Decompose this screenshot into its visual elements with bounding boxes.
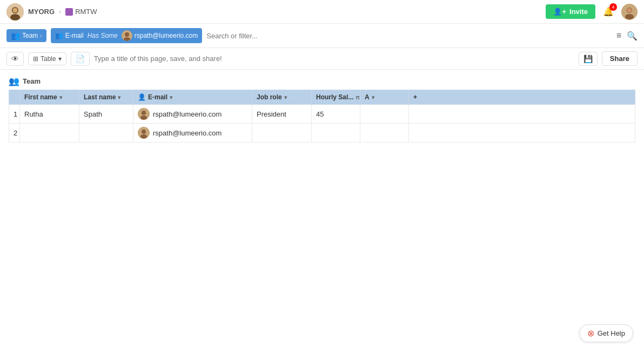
row-1-num: 1 bbox=[9, 105, 20, 124]
table-grid-icon: ⊞ bbox=[33, 55, 38, 63]
col-hourlysal-sort: π bbox=[355, 94, 360, 100]
eye-icon: 👁 bbox=[11, 55, 19, 63]
col-jobrole-label: Job role bbox=[257, 93, 282, 101]
doc-view-button[interactable]: 📄 bbox=[71, 52, 90, 66]
svg-point-9 bbox=[125, 32, 129, 37]
top-nav: MYORG › RMTW 👤+ Invite 🔔 4 bbox=[0, 0, 644, 24]
svg-point-15 bbox=[142, 130, 146, 134]
invite-label: Invite bbox=[569, 8, 588, 16]
workspace-badge[interactable]: RMTW bbox=[65, 8, 97, 16]
profile-avatar[interactable] bbox=[621, 4, 638, 20]
col-lastname-label: Last name bbox=[84, 93, 116, 101]
filter-bar-actions: ≡ 🔍 bbox=[616, 31, 638, 41]
email-chip-label: E-mail bbox=[65, 32, 84, 39]
filter-list-icon-button[interactable]: ≡ bbox=[616, 31, 621, 40]
save-icon: 💾 bbox=[583, 55, 593, 63]
page-title-input[interactable] bbox=[94, 55, 574, 63]
col-header-jobrole[interactable]: Job role ▾ bbox=[252, 90, 312, 105]
share-label: Share bbox=[610, 55, 629, 63]
has-some-label: Has Some bbox=[88, 32, 118, 39]
eye-view-button[interactable]: 👁 bbox=[6, 52, 24, 66]
col-email-label: E-mail bbox=[148, 93, 167, 101]
col-header-hourlySal[interactable]: Hourly Sal... π bbox=[312, 90, 360, 105]
row-number-header bbox=[9, 90, 20, 105]
share-button[interactable]: Share bbox=[602, 51, 638, 66]
col-header-firstname[interactable]: First name ▾ bbox=[20, 90, 79, 105]
table-view-label: Table bbox=[41, 55, 56, 63]
invite-button[interactable]: 👤+ Invite bbox=[546, 4, 595, 19]
col-firstname-sort: ▾ bbox=[59, 94, 62, 100]
col-a-sort: ▾ bbox=[372, 94, 374, 100]
col-a-label: A bbox=[365, 93, 370, 101]
filter-search-icon-button[interactable]: 🔍 bbox=[627, 31, 638, 41]
team-chip-label: Team bbox=[22, 32, 38, 39]
svg-point-2 bbox=[10, 14, 20, 21]
toolbar: 👁 ⊞ Table ▾ 📄 💾 Share bbox=[0, 48, 644, 70]
row-1-email-avatar bbox=[138, 108, 150, 120]
row-1-email[interactable]: rspath@lumeerio.com bbox=[133, 105, 252, 124]
col-hourlysal-label: Hourly Sal... bbox=[316, 93, 353, 101]
col-add-button[interactable]: + bbox=[409, 90, 635, 105]
group-label: Team bbox=[23, 77, 41, 85]
svg-point-13 bbox=[140, 116, 147, 120]
email-filter-value: rspath@lumeerio.com bbox=[135, 32, 198, 39]
doc-icon: 📄 bbox=[76, 55, 85, 63]
row-2-firstname[interactable] bbox=[20, 124, 79, 142]
filter-bar: 👥 Team › 👥 E-mail Has Some rspath@lumeer… bbox=[0, 24, 644, 48]
col-lastname-sort: ▾ bbox=[118, 94, 120, 100]
group-team-icon: 👥 bbox=[9, 76, 19, 86]
data-table: First name ▾ Last name ▾ 👤 E-mail ▾ bbox=[9, 90, 635, 142]
org-name[interactable]: MYORG bbox=[28, 8, 55, 16]
table-dropdown-chevron: ▾ bbox=[58, 55, 62, 63]
row-1-hourlysal[interactable]: 45 bbox=[312, 105, 360, 124]
row-1-jobrole[interactable]: President bbox=[252, 105, 312, 124]
row-2-a[interactable] bbox=[360, 124, 409, 142]
email-filter-chip[interactable]: 👥 E-mail Has Some rspath@lumeerio.com bbox=[51, 28, 203, 43]
svg-point-6 bbox=[625, 14, 634, 19]
row-2-lastname[interactable] bbox=[79, 124, 133, 142]
row-2-hourlysal[interactable] bbox=[312, 124, 360, 142]
row-1-extra bbox=[409, 105, 635, 124]
table-row: 2 rspath@lumeerio.com bbox=[9, 124, 635, 142]
col-email-sort: ▾ bbox=[170, 94, 172, 100]
team-filter-chip[interactable]: 👥 Team › bbox=[6, 29, 46, 42]
table-area: 👥 Team First name ▾ Last name ▾ bbox=[0, 70, 644, 149]
team-chip-chevron: › bbox=[40, 33, 42, 39]
col-header-a[interactable]: A ▾ bbox=[360, 90, 409, 105]
row-2-num: 2 bbox=[9, 124, 20, 142]
col-header-email[interactable]: 👤 E-mail ▾ bbox=[133, 90, 252, 105]
nav-left: MYORG › RMTW bbox=[6, 3, 97, 21]
svg-point-12 bbox=[142, 111, 146, 115]
row-2-jobrole[interactable] bbox=[252, 124, 312, 142]
notif-count: 4 bbox=[609, 3, 617, 11]
workspace-icon bbox=[65, 8, 73, 16]
email-filter-avatar bbox=[122, 30, 132, 41]
user-menu-avatar[interactable] bbox=[6, 3, 24, 21]
row-2-email-text: rspath@lumeerio.com bbox=[153, 129, 222, 137]
team-chip-icon: 👥 bbox=[11, 31, 20, 40]
email-chip-icon: 👥 bbox=[55, 32, 63, 39]
row-1-email-text: rspath@lumeerio.com bbox=[153, 110, 222, 118]
svg-point-16 bbox=[140, 134, 147, 139]
row-1-firstname[interactable]: Rutha bbox=[20, 105, 79, 124]
table-row: 1 Rutha Spath rspath@lumeerio.com bbox=[9, 105, 635, 124]
col-email-icon: 👤 bbox=[138, 93, 146, 101]
col-firstname-label: First name bbox=[24, 93, 57, 101]
nav-right: 👤+ Invite 🔔 4 bbox=[546, 4, 638, 20]
save-button[interactable]: 💾 bbox=[579, 52, 598, 66]
table-group-header: 👥 Team bbox=[9, 76, 635, 86]
invite-icon: 👤+ bbox=[553, 8, 566, 16]
row-2-email[interactable]: rspath@lumeerio.com bbox=[133, 124, 252, 142]
row-2-email-avatar bbox=[138, 127, 150, 139]
workspace-name: RMTW bbox=[75, 8, 97, 16]
svg-point-3 bbox=[13, 8, 18, 12]
col-jobrole-sort: ▾ bbox=[284, 94, 287, 100]
table-view-button[interactable]: ⊞ Table ▾ bbox=[28, 52, 66, 65]
notifications-button[interactable]: 🔔 4 bbox=[601, 4, 616, 19]
breadcrumb-chevron: › bbox=[59, 8, 61, 16]
row-1-a[interactable] bbox=[360, 105, 409, 124]
svg-point-7 bbox=[627, 8, 632, 12]
col-header-lastname[interactable]: Last name ▾ bbox=[79, 90, 133, 105]
row-1-lastname[interactable]: Spath bbox=[79, 105, 133, 124]
filter-search-input[interactable] bbox=[206, 32, 612, 40]
